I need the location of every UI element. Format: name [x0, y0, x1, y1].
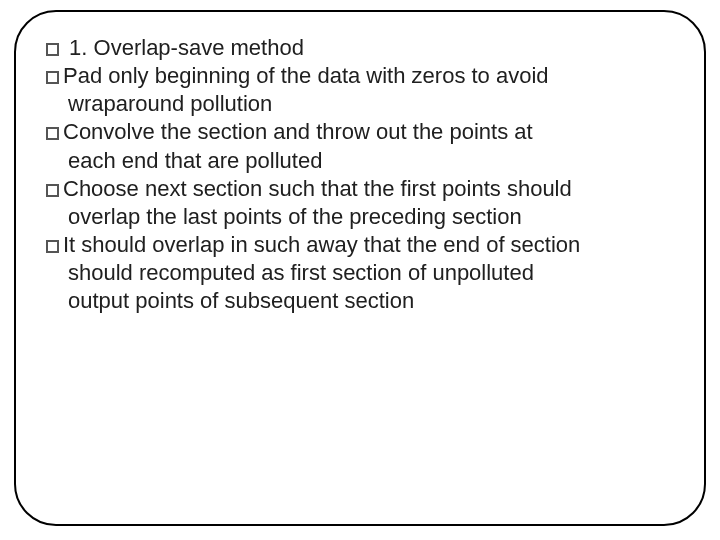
checkbox-icon: [46, 127, 59, 140]
bullet-continuation: each end that are polluted: [46, 147, 674, 175]
bullet-text: Pad only beginning of the data with zero…: [63, 63, 549, 88]
bullet-text: Choose next section such that the first …: [63, 176, 572, 201]
checkbox-icon: [46, 240, 59, 253]
bullet-continuation: wraparound pollution: [46, 90, 674, 118]
bullet-lead-line: Choose next section such that the first …: [46, 175, 674, 203]
bullet-item: 1. Overlap-save method: [46, 34, 674, 62]
bullet-item: Pad only beginning of the data with zero…: [46, 62, 674, 118]
bullet-lead-line: It should overlap in such away that the …: [46, 231, 674, 259]
bullet-text: 1. Overlap-save method: [63, 35, 304, 60]
checkbox-icon: [46, 184, 59, 197]
bullet-continuation: output points of subsequent section: [46, 287, 674, 315]
bullet-continuation: should recomputed as first section of un…: [46, 259, 674, 287]
bullet-lead-line: 1. Overlap-save method: [46, 34, 674, 62]
checkbox-icon: [46, 43, 59, 56]
bullet-text: It should overlap in such away that the …: [63, 232, 580, 257]
content-area: 1. Overlap-save method Pad only beginnin…: [46, 34, 674, 316]
bullet-continuation: overlap the last points of the preceding…: [46, 203, 674, 231]
bullet-lead-line: Convolve the section and throw out the p…: [46, 118, 674, 146]
slide: 1. Overlap-save method Pad only beginnin…: [0, 0, 720, 540]
slide-frame: 1. Overlap-save method Pad only beginnin…: [14, 10, 706, 526]
bullet-text: Convolve the section and throw out the p…: [63, 119, 533, 144]
bullet-lead-line: Pad only beginning of the data with zero…: [46, 62, 674, 90]
bullet-item: Convolve the section and throw out the p…: [46, 118, 674, 174]
bullet-item: Choose next section such that the first …: [46, 175, 674, 231]
bullet-item: It should overlap in such away that the …: [46, 231, 674, 315]
checkbox-icon: [46, 71, 59, 84]
